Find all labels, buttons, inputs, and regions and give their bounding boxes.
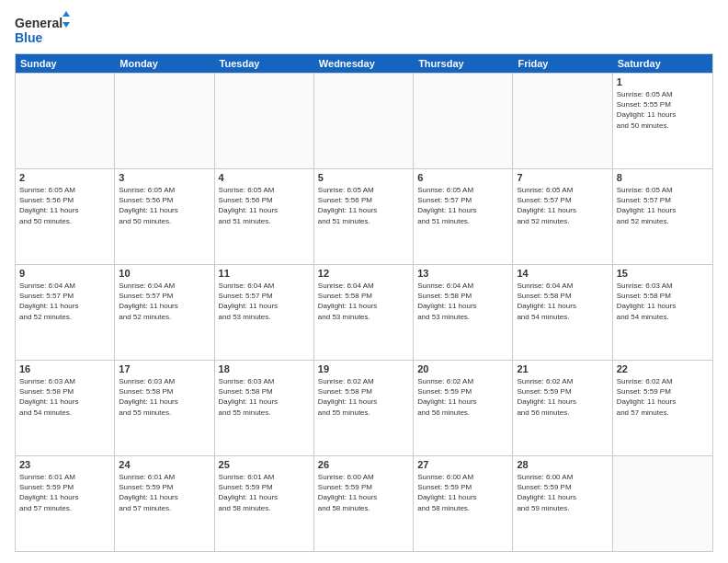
calendar-day-3: 3Sunrise: 6:05 AM Sunset: 5:56 PM Daylig… — [115, 169, 214, 264]
day-info: Sunrise: 6:05 AM Sunset: 5:57 PM Dayligh… — [417, 185, 508, 226]
calendar-day-16: 16Sunrise: 6:03 AM Sunset: 5:58 PM Dayli… — [16, 361, 115, 455]
calendar-week-2: 2Sunrise: 6:05 AM Sunset: 5:56 PM Daylig… — [16, 168, 712, 264]
svg-text:Blue: Blue — [15, 30, 43, 45]
day-info: Sunrise: 6:04 AM Sunset: 5:57 PM Dayligh… — [219, 281, 310, 322]
day-info: Sunrise: 6:04 AM Sunset: 5:57 PM Dayligh… — [19, 281, 110, 322]
calendar-week-3: 9Sunrise: 6:04 AM Sunset: 5:57 PM Daylig… — [16, 264, 712, 360]
day-number: 9 — [19, 268, 110, 279]
day-info: Sunrise: 6:05 AM Sunset: 5:56 PM Dayligh… — [318, 185, 409, 226]
day-number: 11 — [219, 268, 310, 279]
day-number: 3 — [119, 172, 210, 183]
calendar-day-10: 10Sunrise: 6:04 AM Sunset: 5:57 PM Dayli… — [115, 265, 214, 360]
day-number: 13 — [417, 268, 508, 279]
calendar-day-12: 12Sunrise: 6:04 AM Sunset: 5:58 PM Dayli… — [314, 265, 414, 360]
day-number: 26 — [318, 459, 409, 470]
header-day-wednesday: Wednesday — [314, 54, 414, 73]
day-info: Sunrise: 6:05 AM Sunset: 5:55 PM Dayligh… — [617, 89, 709, 131]
calendar-empty-cell — [314, 74, 414, 168]
calendar-day-5: 5Sunrise: 6:05 AM Sunset: 5:56 PM Daylig… — [314, 169, 414, 264]
calendar-empty-cell — [613, 456, 712, 551]
day-number: 16 — [19, 363, 110, 374]
day-info: Sunrise: 6:05 AM Sunset: 5:57 PM Dayligh… — [517, 185, 608, 226]
calendar-day-6: 6Sunrise: 6:05 AM Sunset: 5:57 PM Daylig… — [414, 169, 513, 264]
day-info: Sunrise: 6:00 AM Sunset: 5:59 PM Dayligh… — [417, 472, 508, 513]
calendar-week-4: 16Sunrise: 6:03 AM Sunset: 5:58 PM Dayli… — [16, 360, 712, 455]
svg-marker-3 — [63, 22, 70, 28]
day-info: Sunrise: 6:05 AM Sunset: 5:56 PM Dayligh… — [219, 185, 310, 226]
day-info: Sunrise: 6:03 AM Sunset: 5:58 PM Dayligh… — [119, 376, 210, 418]
calendar-day-2: 2Sunrise: 6:05 AM Sunset: 5:56 PM Daylig… — [16, 169, 115, 264]
day-number: 25 — [219, 459, 310, 470]
calendar-day-1: 1Sunrise: 6:05 AM Sunset: 5:55 PM Daylig… — [613, 74, 712, 168]
day-number: 27 — [417, 459, 508, 470]
calendar-day-17: 17Sunrise: 6:03 AM Sunset: 5:58 PM Dayli… — [115, 361, 214, 455]
day-info: Sunrise: 6:00 AM Sunset: 5:59 PM Dayligh… — [318, 472, 409, 513]
calendar-day-18: 18Sunrise: 6:03 AM Sunset: 5:58 PM Dayli… — [215, 361, 314, 455]
day-info: Sunrise: 6:03 AM Sunset: 5:58 PM Dayligh… — [617, 281, 709, 322]
day-info: Sunrise: 6:04 AM Sunset: 5:57 PM Dayligh… — [119, 281, 210, 322]
day-info: Sunrise: 6:04 AM Sunset: 5:58 PM Dayligh… — [417, 281, 508, 322]
day-number: 14 — [517, 268, 608, 279]
day-info: Sunrise: 6:01 AM Sunset: 5:59 PM Dayligh… — [19, 472, 110, 513]
header-day-sunday: Sunday — [16, 54, 115, 73]
day-number: 22 — [617, 363, 709, 374]
calendar-day-26: 26Sunrise: 6:00 AM Sunset: 5:59 PM Dayli… — [314, 456, 414, 551]
header-day-saturday: Saturday — [613, 54, 712, 73]
page: General Blue SundayMondayTuesdayWednesda… — [0, 0, 728, 563]
day-number: 12 — [318, 268, 409, 279]
day-number: 8 — [617, 172, 709, 183]
calendar-day-11: 11Sunrise: 6:04 AM Sunset: 5:57 PM Dayli… — [215, 265, 314, 360]
day-number: 2 — [19, 172, 110, 183]
day-number: 6 — [417, 172, 508, 183]
day-number: 10 — [119, 268, 210, 279]
day-number: 21 — [517, 363, 608, 374]
calendar-day-22: 22Sunrise: 6:02 AM Sunset: 5:59 PM Dayli… — [613, 361, 712, 455]
calendar-day-20: 20Sunrise: 6:02 AM Sunset: 5:59 PM Dayli… — [414, 361, 513, 455]
day-info: Sunrise: 6:00 AM Sunset: 5:59 PM Dayligh… — [517, 472, 608, 513]
calendar-empty-cell — [16, 74, 115, 168]
calendar: SundayMondayTuesdayWednesdayThursdayFrid… — [15, 53, 713, 552]
day-number: 4 — [219, 172, 310, 183]
calendar-day-14: 14Sunrise: 6:04 AM Sunset: 5:58 PM Dayli… — [513, 265, 612, 360]
header-day-tuesday: Tuesday — [215, 54, 314, 73]
calendar-body: 1Sunrise: 6:05 AM Sunset: 5:55 PM Daylig… — [16, 73, 712, 551]
day-info: Sunrise: 6:04 AM Sunset: 5:58 PM Dayligh… — [318, 281, 409, 322]
calendar-day-28: 28Sunrise: 6:00 AM Sunset: 5:59 PM Dayli… — [513, 456, 612, 551]
calendar-empty-cell — [513, 74, 612, 168]
day-info: Sunrise: 6:01 AM Sunset: 5:59 PM Dayligh… — [219, 472, 310, 513]
calendar-empty-cell — [115, 74, 214, 168]
day-number: 24 — [119, 459, 210, 470]
header-day-friday: Friday — [513, 54, 612, 73]
calendar-day-19: 19Sunrise: 6:02 AM Sunset: 5:58 PM Dayli… — [314, 361, 414, 455]
day-info: Sunrise: 6:05 AM Sunset: 5:56 PM Dayligh… — [19, 185, 110, 226]
calendar-day-7: 7Sunrise: 6:05 AM Sunset: 5:57 PM Daylig… — [513, 169, 612, 264]
day-info: Sunrise: 6:05 AM Sunset: 5:56 PM Dayligh… — [119, 185, 210, 226]
day-info: Sunrise: 6:03 AM Sunset: 5:58 PM Dayligh… — [219, 376, 310, 418]
calendar-day-13: 13Sunrise: 6:04 AM Sunset: 5:58 PM Dayli… — [414, 265, 513, 360]
calendar-day-4: 4Sunrise: 6:05 AM Sunset: 5:56 PM Daylig… — [215, 169, 314, 264]
calendar-day-23: 23Sunrise: 6:01 AM Sunset: 5:59 PM Dayli… — [16, 456, 115, 551]
logo-svg: General Blue — [15, 11, 70, 48]
calendar-day-24: 24Sunrise: 6:01 AM Sunset: 5:59 PM Dayli… — [115, 456, 214, 551]
calendar-day-15: 15Sunrise: 6:03 AM Sunset: 5:58 PM Dayli… — [613, 265, 712, 360]
calendar-week-1: 1Sunrise: 6:05 AM Sunset: 5:55 PM Daylig… — [16, 73, 712, 168]
calendar-day-9: 9Sunrise: 6:04 AM Sunset: 5:57 PM Daylig… — [16, 265, 115, 360]
calendar-day-27: 27Sunrise: 6:00 AM Sunset: 5:59 PM Dayli… — [414, 456, 513, 551]
svg-text:General: General — [15, 16, 63, 30]
calendar-empty-cell — [414, 74, 513, 168]
day-info: Sunrise: 6:02 AM Sunset: 5:58 PM Dayligh… — [318, 376, 409, 418]
day-number: 28 — [517, 459, 608, 470]
day-info: Sunrise: 6:02 AM Sunset: 5:59 PM Dayligh… — [617, 376, 709, 418]
calendar-day-25: 25Sunrise: 6:01 AM Sunset: 5:59 PM Dayli… — [215, 456, 314, 551]
header-day-thursday: Thursday — [414, 54, 513, 73]
header: General Blue — [15, 11, 713, 48]
day-info: Sunrise: 6:02 AM Sunset: 5:59 PM Dayligh… — [417, 376, 508, 418]
calendar-day-8: 8Sunrise: 6:05 AM Sunset: 5:57 PM Daylig… — [613, 169, 712, 264]
day-number: 23 — [19, 459, 110, 470]
day-number: 19 — [318, 363, 409, 374]
day-number: 20 — [417, 363, 508, 374]
day-number: 7 — [517, 172, 608, 183]
day-number: 18 — [219, 363, 310, 374]
svg-marker-2 — [63, 11, 70, 17]
day-number: 1 — [617, 76, 709, 87]
